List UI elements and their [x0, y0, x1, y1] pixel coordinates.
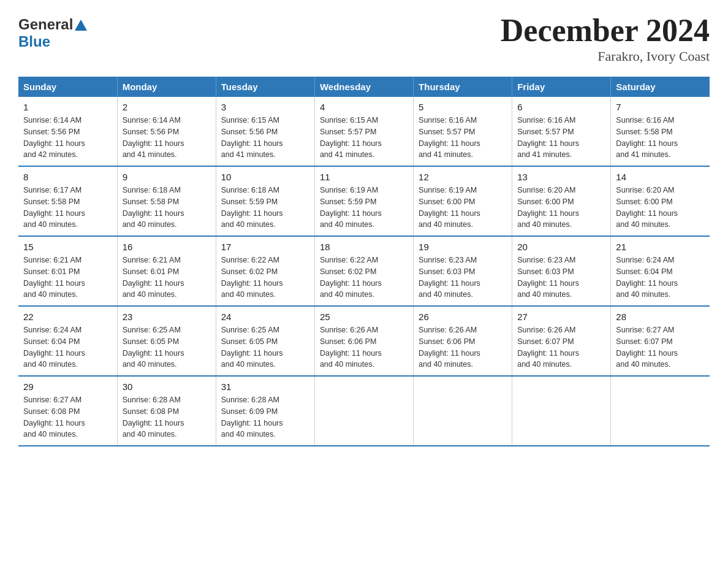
day-info: Sunrise: 6:23 AM Sunset: 6:03 PM Dayligh… [419, 255, 507, 301]
page-header: General Blue December 2024 Farakro, Ivor… [18, 12, 710, 64]
calendar-title: December 2024 [501, 12, 710, 48]
calendar-cell: 13 Sunrise: 6:20 AM Sunset: 6:00 PM Dayl… [512, 166, 611, 236]
calendar-week-row: 22 Sunrise: 6:24 AM Sunset: 6:04 PM Dayl… [18, 306, 710, 376]
calendar-week-row: 15 Sunrise: 6:21 AM Sunset: 6:01 PM Dayl… [18, 236, 710, 306]
calendar-subtitle: Farakro, Ivory Coast [501, 48, 710, 64]
day-number: 31 [221, 381, 309, 392]
calendar-cell: 1 Sunrise: 6:14 AM Sunset: 5:56 PM Dayli… [18, 97, 117, 166]
day-number: 26 [419, 312, 507, 322]
calendar-cell [414, 376, 512, 446]
day-info: Sunrise: 6:20 AM Sunset: 6:00 PM Dayligh… [517, 185, 605, 231]
day-info: Sunrise: 6:14 AM Sunset: 5:56 PM Dayligh… [23, 115, 112, 161]
day-info: Sunrise: 6:15 AM Sunset: 5:56 PM Dayligh… [221, 115, 309, 161]
calendar-cell: 14 Sunrise: 6:20 AM Sunset: 6:00 PM Dayl… [611, 166, 710, 236]
calendar-cell: 28 Sunrise: 6:27 AM Sunset: 6:07 PM Dayl… [611, 306, 710, 376]
calendar-cell: 26 Sunrise: 6:26 AM Sunset: 6:06 PM Dayl… [414, 306, 512, 376]
day-info: Sunrise: 6:16 AM Sunset: 5:57 PM Dayligh… [517, 115, 605, 161]
logo-general-text: General [18, 16, 73, 33]
calendar-col-sunday: Sunday [18, 77, 117, 97]
day-number: 22 [23, 312, 112, 322]
calendar-cell: 3 Sunrise: 6:15 AM Sunset: 5:56 PM Dayli… [216, 97, 314, 166]
calendar-cell: 15 Sunrise: 6:21 AM Sunset: 6:01 PM Dayl… [18, 236, 117, 306]
day-info: Sunrise: 6:26 AM Sunset: 6:06 PM Dayligh… [419, 324, 507, 370]
logo: General Blue [18, 12, 87, 50]
day-info: Sunrise: 6:24 AM Sunset: 6:04 PM Dayligh… [23, 324, 112, 370]
day-number: 5 [419, 102, 507, 112]
day-info: Sunrise: 6:26 AM Sunset: 6:07 PM Dayligh… [517, 324, 605, 370]
day-number: 10 [221, 172, 309, 182]
calendar-week-row: 8 Sunrise: 6:17 AM Sunset: 5:58 PM Dayli… [18, 166, 710, 236]
calendar-col-saturday: Saturday [611, 77, 710, 97]
day-number: 12 [419, 172, 507, 182]
day-number: 9 [123, 172, 211, 182]
day-number: 2 [123, 102, 211, 112]
day-info: Sunrise: 6:22 AM Sunset: 6:02 PM Dayligh… [320, 255, 408, 301]
day-number: 11 [320, 172, 408, 182]
calendar-cell: 22 Sunrise: 6:24 AM Sunset: 6:04 PM Dayl… [18, 306, 117, 376]
day-info: Sunrise: 6:28 AM Sunset: 6:08 PM Dayligh… [123, 394, 211, 440]
calendar-cell [611, 376, 710, 446]
calendar-cell: 12 Sunrise: 6:19 AM Sunset: 6:00 PM Dayl… [414, 166, 512, 236]
calendar-cell: 31 Sunrise: 6:28 AM Sunset: 6:09 PM Dayl… [216, 376, 314, 446]
day-number: 13 [517, 172, 605, 182]
day-number: 21 [616, 242, 705, 252]
day-info: Sunrise: 6:25 AM Sunset: 6:05 PM Dayligh… [123, 324, 211, 370]
day-info: Sunrise: 6:14 AM Sunset: 5:56 PM Dayligh… [123, 115, 211, 161]
calendar-col-thursday: Thursday [414, 77, 512, 97]
day-number: 23 [123, 312, 211, 322]
calendar-table: SundayMondayTuesdayWednesdayThursdayFrid… [18, 77, 710, 446]
day-number: 16 [123, 242, 211, 252]
day-info: Sunrise: 6:23 AM Sunset: 6:03 PM Dayligh… [517, 255, 605, 301]
calendar-cell: 19 Sunrise: 6:23 AM Sunset: 6:03 PM Dayl… [414, 236, 512, 306]
calendar-cell: 10 Sunrise: 6:18 AM Sunset: 5:59 PM Dayl… [216, 166, 314, 236]
calendar-cell: 20 Sunrise: 6:23 AM Sunset: 6:03 PM Dayl… [512, 236, 611, 306]
calendar-cell: 5 Sunrise: 6:16 AM Sunset: 5:57 PM Dayli… [414, 97, 512, 166]
title-section: December 2024 Farakro, Ivory Coast [501, 12, 710, 64]
calendar-cell [512, 376, 611, 446]
calendar-cell: 9 Sunrise: 6:18 AM Sunset: 5:58 PM Dayli… [117, 166, 216, 236]
day-info: Sunrise: 6:18 AM Sunset: 5:59 PM Dayligh… [221, 185, 309, 231]
day-number: 27 [517, 312, 605, 322]
calendar-col-tuesday: Tuesday [216, 77, 314, 97]
calendar-cell: 8 Sunrise: 6:17 AM Sunset: 5:58 PM Dayli… [18, 166, 117, 236]
calendar-cell: 21 Sunrise: 6:24 AM Sunset: 6:04 PM Dayl… [611, 236, 710, 306]
day-info: Sunrise: 6:21 AM Sunset: 6:01 PM Dayligh… [23, 255, 112, 301]
day-number: 1 [23, 102, 112, 112]
calendar-cell: 2 Sunrise: 6:14 AM Sunset: 5:56 PM Dayli… [117, 97, 216, 166]
day-info: Sunrise: 6:18 AM Sunset: 5:58 PM Dayligh… [123, 185, 211, 231]
day-number: 6 [517, 102, 605, 112]
day-info: Sunrise: 6:28 AM Sunset: 6:09 PM Dayligh… [221, 394, 309, 440]
day-info: Sunrise: 6:15 AM Sunset: 5:57 PM Dayligh… [320, 115, 408, 161]
day-info: Sunrise: 6:19 AM Sunset: 5:59 PM Dayligh… [320, 185, 408, 231]
calendar-week-row: 1 Sunrise: 6:14 AM Sunset: 5:56 PM Dayli… [18, 97, 710, 166]
day-number: 8 [23, 172, 112, 182]
calendar-cell: 17 Sunrise: 6:22 AM Sunset: 6:02 PM Dayl… [216, 236, 314, 306]
day-info: Sunrise: 6:25 AM Sunset: 6:05 PM Dayligh… [221, 324, 309, 370]
day-number: 30 [123, 381, 211, 392]
day-number: 4 [320, 102, 408, 112]
calendar-cell: 29 Sunrise: 6:27 AM Sunset: 6:08 PM Dayl… [18, 376, 117, 446]
calendar-cell: 30 Sunrise: 6:28 AM Sunset: 6:08 PM Dayl… [117, 376, 216, 446]
calendar-cell: 23 Sunrise: 6:25 AM Sunset: 6:05 PM Dayl… [117, 306, 216, 376]
calendar-cell: 7 Sunrise: 6:16 AM Sunset: 5:58 PM Dayli… [611, 97, 710, 166]
day-info: Sunrise: 6:27 AM Sunset: 6:07 PM Dayligh… [616, 324, 705, 370]
calendar-cell [314, 376, 413, 446]
day-number: 14 [616, 172, 705, 182]
calendar-cell: 16 Sunrise: 6:21 AM Sunset: 6:01 PM Dayl… [117, 236, 216, 306]
day-info: Sunrise: 6:26 AM Sunset: 6:06 PM Dayligh… [320, 324, 408, 370]
calendar-header-row: SundayMondayTuesdayWednesdayThursdayFrid… [18, 77, 710, 97]
day-info: Sunrise: 6:27 AM Sunset: 6:08 PM Dayligh… [23, 394, 112, 440]
calendar-col-friday: Friday [512, 77, 611, 97]
day-number: 3 [221, 102, 309, 112]
calendar-cell: 6 Sunrise: 6:16 AM Sunset: 5:57 PM Dayli… [512, 97, 611, 166]
logo-triangle-icon [75, 20, 87, 31]
day-info: Sunrise: 6:24 AM Sunset: 6:04 PM Dayligh… [616, 255, 705, 301]
day-info: Sunrise: 6:21 AM Sunset: 6:01 PM Dayligh… [123, 255, 211, 301]
calendar-cell: 24 Sunrise: 6:25 AM Sunset: 6:05 PM Dayl… [216, 306, 314, 376]
day-info: Sunrise: 6:22 AM Sunset: 6:02 PM Dayligh… [221, 255, 309, 301]
day-number: 7 [616, 102, 705, 112]
calendar-cell: 18 Sunrise: 6:22 AM Sunset: 6:02 PM Dayl… [314, 236, 413, 306]
day-number: 17 [221, 242, 309, 252]
calendar-col-wednesday: Wednesday [314, 77, 413, 97]
calendar-cell: 11 Sunrise: 6:19 AM Sunset: 5:59 PM Dayl… [314, 166, 413, 236]
